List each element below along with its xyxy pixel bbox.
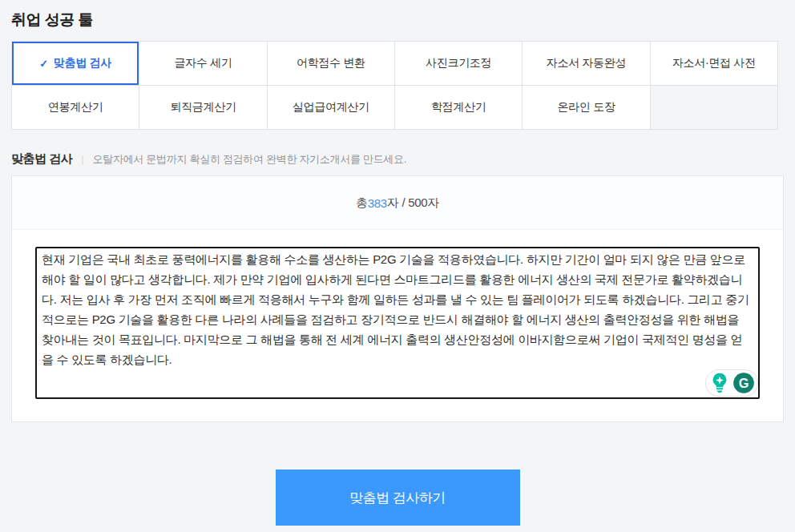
tab-label: 온라인 도장 xyxy=(557,100,615,115)
spell-check-panel: 총 383 자 / 500자 현재 기업은 국내 최초로 풍력에너지를 활용해 … xyxy=(11,175,784,422)
page-container: 취업 성공 툴 ✓ 맞춤법 검사 글자수 세기 어학점수 변환 사진크기조정 자… xyxy=(0,0,795,526)
tab-label: 사진크기조정 xyxy=(426,56,491,71)
grammarly-icon[interactable]: G xyxy=(732,372,755,394)
svg-text:G: G xyxy=(739,376,749,390)
tab-label: 실업급여계산기 xyxy=(293,100,369,115)
grammarly-widget: G xyxy=(705,369,758,397)
lightbulb-icon[interactable] xyxy=(708,372,731,394)
char-count-limit: 자 / 500자 xyxy=(387,195,439,211)
tab-empty-cell xyxy=(651,86,778,130)
tab-label: 맞춤법 검사 xyxy=(54,56,111,71)
tab-photo-resize[interactable]: 사진크기조정 xyxy=(395,42,523,86)
section-divider: | xyxy=(81,153,83,165)
tab-spell-check[interactable]: ✓ 맞춤법 검사 xyxy=(12,42,139,86)
tab-unemployment-benefit-calculator[interactable]: 실업급여계산기 xyxy=(268,86,395,130)
tab-online-stamp[interactable]: 온라인 도장 xyxy=(523,86,650,130)
tab-label: 퇴직금계산기 xyxy=(170,100,236,115)
tab-gpa-calculator[interactable]: 학점계산기 xyxy=(395,86,523,130)
tab-label: 글자수 세기 xyxy=(174,56,232,71)
tab-label: 어학점수 변환 xyxy=(297,56,365,71)
spell-check-submit-button[interactable]: 맞춤법 검사하기 xyxy=(276,470,520,526)
tab-cover-letter-autocomplete[interactable]: 자소서 자동완성 xyxy=(523,42,650,86)
tab-label: 연봉계산기 xyxy=(48,100,103,115)
tab-salary-calculator[interactable]: 연봉계산기 xyxy=(12,86,139,130)
section-subtitle: 오탈자에서 문법까지 확실히 점검하여 완벽한 자기소개서를 만드세요. xyxy=(93,152,406,167)
submit-row: 맞춤법 검사하기 xyxy=(11,470,784,526)
tab-label: 자소서 자동완성 xyxy=(547,56,627,71)
section-title: 맞춤법 검사 xyxy=(11,151,72,167)
essay-textarea[interactable]: 현재 기업은 국내 최초로 풍력에너지를 활용해 수소를 생산하는 P2G 기술… xyxy=(35,247,760,399)
tab-label: 자소서·면접 사전 xyxy=(672,56,756,71)
editor-area: 현재 기업은 국내 최초로 풍력에너지를 활용해 수소를 생산하는 P2G 기술… xyxy=(12,230,783,421)
tool-tab-grid: ✓ 맞춤법 검사 글자수 세기 어학점수 변환 사진크기조정 자소서 자동완성 … xyxy=(11,41,778,130)
char-count-current: 383 xyxy=(368,196,387,210)
tab-char-counter[interactable]: 글자수 세기 xyxy=(139,42,267,86)
tab-cover-letter-interview-dictionary[interactable]: 자소서·면접 사전 xyxy=(651,42,778,86)
tab-label: 학점계산기 xyxy=(431,100,486,115)
page-title: 취업 성공 툴 xyxy=(11,10,784,30)
char-count: 총 383 자 / 500자 xyxy=(12,176,783,230)
section-header: 맞춤법 검사 | 오탈자에서 문법까지 확실히 점검하여 완벽한 자기소개서를 … xyxy=(11,151,784,167)
char-count-prefix: 총 xyxy=(356,195,368,211)
check-icon: ✓ xyxy=(39,58,48,70)
tab-language-score-converter[interactable]: 어학점수 변환 xyxy=(268,42,395,86)
tab-severance-pay-calculator[interactable]: 퇴직금계산기 xyxy=(139,86,267,130)
